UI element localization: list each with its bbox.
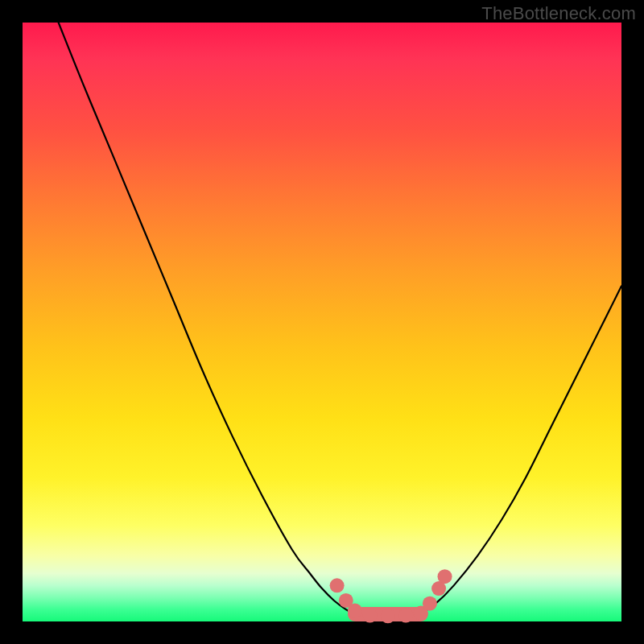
watermark-text: TheBottleneck.com [481, 3, 636, 24]
marker-group [330, 569, 452, 623]
chart-frame: TheBottleneck.com [0, 0, 644, 644]
data-marker [423, 597, 437, 611]
plot-area [23, 23, 621, 621]
data-marker [348, 604, 362, 618]
data-marker [330, 578, 345, 592]
chart-svg [23, 23, 621, 621]
data-marker [381, 609, 395, 623]
curve-right-branch [421, 286, 621, 613]
data-marker [363, 609, 378, 623]
data-marker [438, 569, 452, 584]
curve-left-branch [59, 23, 355, 614]
data-marker [398, 609, 413, 623]
